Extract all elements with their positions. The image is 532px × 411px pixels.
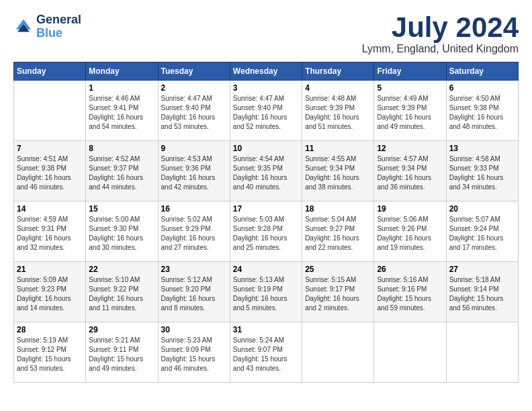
calendar-table: SundayMondayTuesdayWednesdayThursdayFrid…	[13, 62, 519, 383]
calendar-cell: 2Sunrise: 4:47 AM Sunset: 9:40 PM Daylig…	[158, 81, 230, 141]
day-number: 14	[17, 204, 83, 214]
calendar-cell: 12Sunrise: 4:57 AM Sunset: 9:34 PM Dayli…	[374, 141, 446, 201]
day-info: Sunrise: 4:53 AM Sunset: 9:36 PM Dayligh…	[161, 154, 227, 192]
day-number: 31	[233, 325, 299, 334]
day-info: Sunrise: 5:19 AM Sunset: 9:12 PM Dayligh…	[17, 336, 83, 373]
day-number: 1	[89, 83, 154, 93]
day-number: 27	[449, 265, 515, 274]
calendar-cell: 16Sunrise: 5:02 AM Sunset: 9:29 PM Dayli…	[158, 201, 230, 262]
day-info: Sunrise: 5:18 AM Sunset: 9:14 PM Dayligh…	[449, 275, 515, 313]
calendar-cell: 6Sunrise: 4:50 AM Sunset: 9:38 PM Daylig…	[446, 81, 518, 141]
calendar-cell: 8Sunrise: 4:52 AM Sunset: 9:37 PM Daylig…	[86, 141, 158, 201]
day-number: 2	[161, 83, 227, 93]
calendar-cell: 23Sunrise: 5:12 AM Sunset: 9:20 PM Dayli…	[158, 262, 230, 322]
header-day-thursday: Thursday	[302, 62, 374, 81]
day-number: 16	[161, 204, 227, 214]
day-number: 28	[17, 325, 83, 334]
calendar-cell: 17Sunrise: 5:03 AM Sunset: 9:28 PM Dayli…	[230, 201, 302, 262]
day-number: 20	[449, 204, 515, 214]
day-info: Sunrise: 5:23 AM Sunset: 9:09 PM Dayligh…	[161, 336, 227, 373]
calendar-cell: 10Sunrise: 4:54 AM Sunset: 9:35 PM Dayli…	[230, 141, 302, 201]
calendar-cell: 7Sunrise: 4:51 AM Sunset: 9:38 PM Daylig…	[14, 141, 86, 201]
day-number: 25	[305, 265, 371, 274]
day-info: Sunrise: 4:49 AM Sunset: 9:39 PM Dayligh…	[377, 94, 443, 132]
day-info: Sunrise: 4:47 AM Sunset: 9:40 PM Dayligh…	[161, 94, 227, 132]
calendar-cell: 1Sunrise: 4:46 AM Sunset: 9:41 PM Daylig…	[86, 81, 158, 141]
calendar-cell: 29Sunrise: 5:21 AM Sunset: 9:11 PM Dayli…	[86, 322, 158, 383]
calendar-cell	[302, 322, 374, 383]
day-number: 9	[161, 144, 227, 153]
calendar-body: 1Sunrise: 4:46 AM Sunset: 9:41 PM Daylig…	[14, 81, 519, 383]
day-info: Sunrise: 4:54 AM Sunset: 9:35 PM Dayligh…	[233, 154, 299, 192]
day-info: Sunrise: 5:02 AM Sunset: 9:29 PM Dayligh…	[161, 215, 227, 253]
calendar-cell: 15Sunrise: 5:00 AM Sunset: 9:30 PM Dayli…	[86, 201, 158, 262]
day-info: Sunrise: 5:24 AM Sunset: 9:07 PM Dayligh…	[233, 336, 299, 373]
calendar-cell: 31Sunrise: 5:24 AM Sunset: 9:07 PM Dayli…	[230, 322, 302, 383]
day-info: Sunrise: 4:47 AM Sunset: 9:40 PM Dayligh…	[233, 94, 299, 132]
day-info: Sunrise: 4:46 AM Sunset: 9:41 PM Dayligh…	[89, 94, 154, 132]
logo-text: General Blue	[36, 13, 81, 40]
day-number: 13	[449, 144, 515, 153]
day-info: Sunrise: 5:16 AM Sunset: 9:16 PM Dayligh…	[377, 275, 443, 313]
day-number: 17	[233, 204, 299, 214]
location: Lymm, England, United Kingdom	[362, 43, 519, 55]
calendar-cell: 21Sunrise: 5:09 AM Sunset: 9:23 PM Dayli…	[14, 262, 86, 322]
calendar-cell: 9Sunrise: 4:53 AM Sunset: 9:36 PM Daylig…	[158, 141, 230, 201]
day-info: Sunrise: 5:15 AM Sunset: 9:17 PM Dayligh…	[305, 275, 371, 313]
logo-line2: Blue	[36, 27, 81, 40]
calendar-cell: 30Sunrise: 5:23 AM Sunset: 9:09 PM Dayli…	[158, 322, 230, 383]
day-info: Sunrise: 4:55 AM Sunset: 9:34 PM Dayligh…	[305, 154, 371, 192]
day-info: Sunrise: 4:51 AM Sunset: 9:38 PM Dayligh…	[17, 154, 83, 192]
calendar-cell: 3Sunrise: 4:47 AM Sunset: 9:40 PM Daylig…	[230, 81, 302, 141]
calendar-cell: 26Sunrise: 5:16 AM Sunset: 9:16 PM Dayli…	[374, 262, 446, 322]
calendar-cell: 18Sunrise: 5:04 AM Sunset: 9:27 PM Dayli…	[302, 201, 374, 262]
day-info: Sunrise: 4:59 AM Sunset: 9:31 PM Dayligh…	[17, 215, 83, 253]
calendar-cell: 24Sunrise: 5:13 AM Sunset: 9:19 PM Dayli…	[230, 262, 302, 322]
calendar-cell	[446, 322, 518, 383]
month-year: July 2024	[362, 13, 519, 42]
week-row-5: 28Sunrise: 5:19 AM Sunset: 9:12 PM Dayli…	[14, 322, 519, 383]
day-info: Sunrise: 5:04 AM Sunset: 9:27 PM Dayligh…	[305, 215, 371, 253]
week-row-1: 1Sunrise: 4:46 AM Sunset: 9:41 PM Daylig…	[14, 81, 519, 141]
day-info: Sunrise: 4:52 AM Sunset: 9:37 PM Dayligh…	[89, 154, 154, 192]
day-info: Sunrise: 5:09 AM Sunset: 9:23 PM Dayligh…	[17, 275, 83, 313]
header-day-sunday: Sunday	[14, 62, 86, 81]
day-info: Sunrise: 5:12 AM Sunset: 9:20 PM Dayligh…	[161, 275, 227, 313]
day-number: 8	[89, 144, 154, 153]
calendar-cell: 4Sunrise: 4:48 AM Sunset: 9:39 PM Daylig…	[302, 81, 374, 141]
day-number: 18	[305, 204, 371, 214]
day-info: Sunrise: 5:13 AM Sunset: 9:19 PM Dayligh…	[233, 275, 299, 313]
calendar-cell: 27Sunrise: 5:18 AM Sunset: 9:14 PM Dayli…	[446, 262, 518, 322]
day-info: Sunrise: 5:03 AM Sunset: 9:28 PM Dayligh…	[233, 215, 299, 253]
calendar-cell: 14Sunrise: 4:59 AM Sunset: 9:31 PM Dayli…	[14, 201, 86, 262]
header-day-saturday: Saturday	[446, 62, 518, 81]
calendar-cell	[14, 81, 86, 141]
week-row-3: 14Sunrise: 4:59 AM Sunset: 9:31 PM Dayli…	[14, 201, 519, 262]
header-day-monday: Monday	[86, 62, 158, 81]
day-info: Sunrise: 5:07 AM Sunset: 9:24 PM Dayligh…	[449, 215, 515, 253]
calendar-cell: 13Sunrise: 4:58 AM Sunset: 9:33 PM Dayli…	[446, 141, 518, 201]
calendar-cell: 11Sunrise: 4:55 AM Sunset: 9:34 PM Dayli…	[302, 141, 374, 201]
calendar-cell: 22Sunrise: 5:10 AM Sunset: 9:22 PM Dayli…	[86, 262, 158, 322]
day-info: Sunrise: 4:58 AM Sunset: 9:33 PM Dayligh…	[449, 154, 515, 192]
day-number: 10	[233, 144, 299, 153]
day-number: 19	[377, 204, 443, 214]
header-row: SundayMondayTuesdayWednesdayThursdayFrid…	[14, 62, 519, 81]
logo: General Blue	[13, 13, 81, 40]
day-info: Sunrise: 5:10 AM Sunset: 9:22 PM Dayligh…	[89, 275, 154, 313]
day-number: 30	[161, 325, 227, 334]
page-header: General Blue July 2024 Lymm, England, Un…	[13, 13, 519, 55]
week-row-2: 7Sunrise: 4:51 AM Sunset: 9:38 PM Daylig…	[14, 141, 519, 201]
day-number: 3	[233, 83, 299, 93]
day-info: Sunrise: 5:00 AM Sunset: 9:30 PM Dayligh…	[89, 215, 154, 253]
day-number: 5	[377, 83, 443, 93]
calendar-header: SundayMondayTuesdayWednesdayThursdayFrid…	[14, 62, 519, 81]
day-info: Sunrise: 4:50 AM Sunset: 9:38 PM Dayligh…	[449, 94, 515, 132]
day-number: 11	[305, 144, 371, 153]
calendar-cell: 28Sunrise: 5:19 AM Sunset: 9:12 PM Dayli…	[14, 322, 86, 383]
day-number: 12	[377, 144, 443, 153]
logo-line1: General	[36, 13, 81, 27]
header-day-tuesday: Tuesday	[158, 62, 230, 81]
day-number: 24	[233, 265, 299, 274]
day-info: Sunrise: 4:57 AM Sunset: 9:34 PM Dayligh…	[377, 154, 443, 192]
